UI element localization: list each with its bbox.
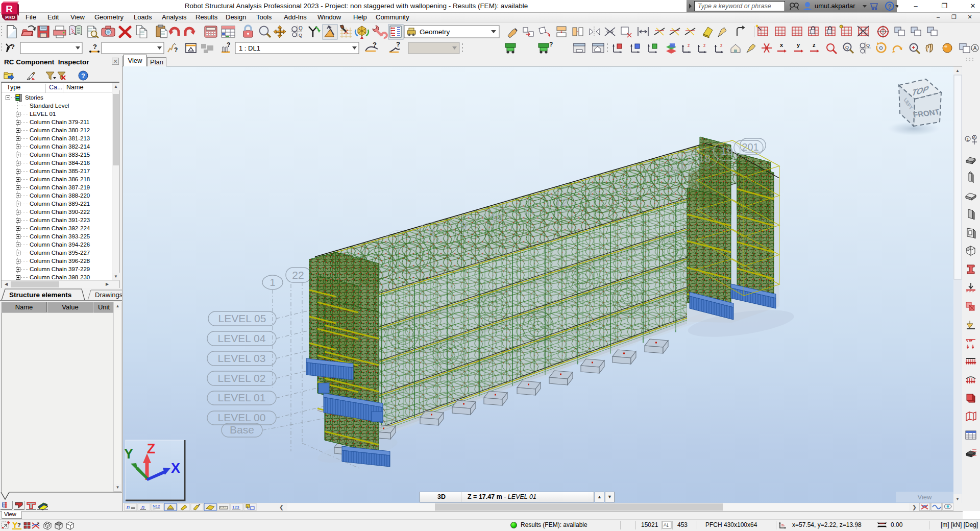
svg-text:❮: ❮ [279, 504, 284, 511]
svg-text:?: ? [11, 43, 15, 51]
svg-text:?: ? [396, 40, 400, 48]
svg-text:Q: Q [866, 43, 870, 48]
svg-text:201: 201 [742, 141, 758, 153]
svg-text:n: n [141, 504, 144, 510]
svg-text:?: ? [227, 41, 230, 49]
svg-text:Q: Q [299, 33, 302, 38]
svg-text:16: 16 [666, 164, 678, 177]
svg-text:Q: Q [845, 45, 849, 50]
svg-text:10: 10 [491, 211, 503, 224]
svg-text:Y: Y [124, 446, 133, 462]
svg-text:?: ? [549, 41, 553, 48]
svg-text:▼: ▼ [955, 497, 960, 501]
svg-text:N12: N12 [153, 504, 160, 509]
svg-text:12: 12 [555, 196, 568, 209]
svg-text:Base: Base [230, 424, 254, 436]
svg-text:LEVEL 03: LEVEL 03 [218, 352, 266, 364]
svg-text:18: 18 [698, 152, 710, 165]
svg-text:1 : DL1: 1 : DL1 [239, 44, 260, 52]
svg-text:Z: Z [147, 441, 156, 456]
svg-text:1: 1 [270, 277, 275, 288]
svg-text:?: ? [888, 3, 891, 10]
svg-text:n: n [127, 504, 130, 510]
svg-text:11: 11 [524, 204, 535, 216]
svg-text:?: ? [81, 72, 85, 80]
svg-text:A: A [973, 45, 977, 51]
svg-text:1: 1 [966, 137, 969, 142]
svg-text:LEVEL 01: LEVEL 01 [218, 392, 266, 403]
svg-text:LEVEL 00: LEVEL 00 [218, 412, 266, 423]
svg-text:Structure elements: Structure elements [9, 291, 71, 299]
svg-text:▲: ▲ [955, 68, 960, 73]
svg-text:19: 19 [721, 145, 733, 158]
svg-text:z: z [703, 43, 706, 48]
svg-text:Geometry: Geometry [420, 28, 450, 36]
svg-text:x: x [780, 42, 783, 48]
svg-text:A: A [973, 135, 976, 140]
svg-text:X: X [171, 461, 180, 476]
svg-text:14: 14 [620, 181, 632, 194]
svg-text:LEVEL 02: LEVEL 02 [218, 372, 266, 384]
svg-text:LEVEL 04: LEVEL 04 [218, 332, 266, 344]
svg-text:Drawings: Drawings [95, 291, 122, 299]
svg-text:123: 123 [232, 505, 239, 510]
svg-text:?: ? [373, 41, 377, 49]
svg-text:y: y [797, 42, 800, 48]
svg-text:umut.akparlar: umut.akparlar [815, 2, 855, 10]
svg-text:PRO: PRO [5, 15, 15, 20]
svg-text:z: z [720, 43, 723, 48]
svg-text:Q: Q [299, 26, 303, 31]
svg-text:LEVEL 05: LEVEL 05 [218, 312, 266, 324]
svg-text:17: 17 [680, 158, 692, 171]
svg-text:❯: ❯ [912, 504, 917, 511]
svg-text:?: ? [174, 46, 178, 54]
svg-text:?: ? [17, 522, 21, 528]
svg-text:9: 9 [461, 219, 467, 232]
svg-text:A: A [664, 522, 667, 527]
svg-text:R: R [6, 4, 13, 14]
svg-text:z: z [813, 42, 816, 48]
svg-text:13: 13 [587, 188, 600, 201]
svg-text:z: z [688, 43, 690, 48]
svg-text:?: ? [93, 43, 97, 51]
svg-text:22: 22 [292, 269, 304, 281]
svg-text:8: 8 [429, 226, 435, 239]
